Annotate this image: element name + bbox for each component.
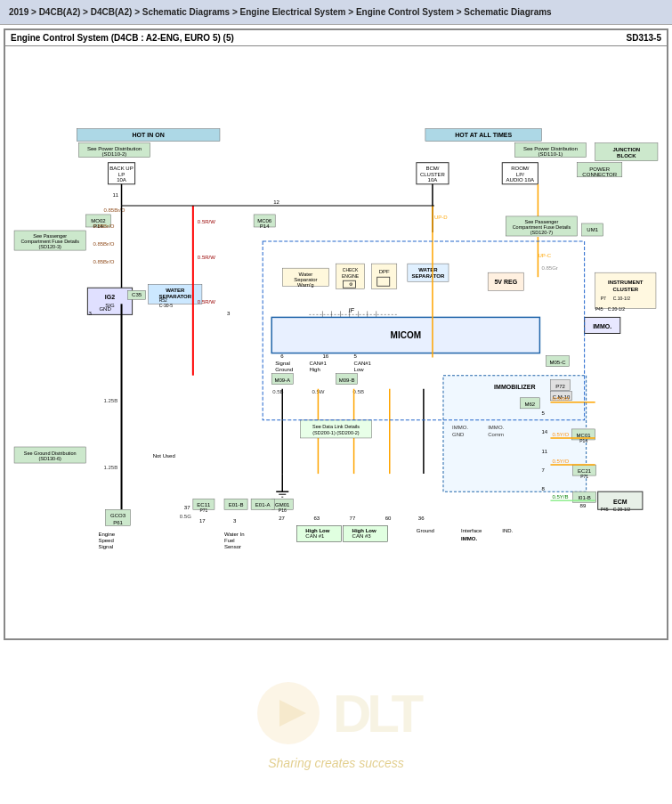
svg-text:IMMO.: IMMO. [461,536,477,541]
svg-text:P14: P14 [579,438,587,443]
svg-text:High: High [309,367,320,372]
svg-text:ENGINE: ENGINE [342,273,360,279]
svg-text:89: 89 [580,503,587,508]
svg-text:0.85Gr: 0.85Gr [541,265,557,271]
svg-text:JUNCTION: JUNCTION [612,147,640,152]
svg-text:P71: P71 [199,508,207,513]
svg-text:3: 3 [233,518,237,524]
svg-text:P45: P45 [601,507,609,512]
svg-text:Warn'g: Warn'g [297,282,314,288]
svg-text:63: 63 [313,516,320,521]
svg-text:Ground: Ground [275,367,293,372]
breadcrumb: 2019 > D4CB(A2) > D4CB(A2) > Schematic D… [0,0,672,25]
svg-text:CLUSTER: CLUSTER [613,287,639,292]
svg-text:M62: M62 [525,402,536,407]
svg-text:5: 5 [354,353,358,359]
svg-text:GND: GND [452,432,465,437]
svg-text:Fuel: Fuel [224,538,235,543]
breadcrumb-text: 2019 > D4CB(A2) > D4CB(A2) > Schematic D… [9,7,552,17]
svg-text:INSTRUMENT: INSTRUMENT [608,280,644,285]
svg-text:C35: C35 [132,292,142,297]
svg-text:37: 37 [184,505,190,510]
svg-text:Signal: Signal [98,544,113,549]
svg-text:GND: GND [99,306,111,312]
svg-text:MICOM: MICOM [391,330,422,340]
svg-text:M09-A: M09-A [274,378,290,383]
svg-text:HOT AT ALL TIMES: HOT AT ALL TIMES [455,132,512,138]
svg-text:0.5Y/O: 0.5Y/O [552,459,569,464]
svg-text:I01-B: I01-B [578,495,590,500]
svg-text:16: 16 [322,353,328,359]
svg-text:WATER: WATER [418,267,438,272]
svg-text:0.5B: 0.5B [353,389,364,394]
svg-rect-68 [372,264,397,288]
svg-text:ROOM/: ROOM/ [511,166,530,171]
svg-text:(SD120-7): (SD120-7) [530,230,554,235]
svg-text:(SD200-1) (SD200-2): (SD200-1) (SD200-2) [312,430,360,435]
svg-text:SEPARATOR: SEPARATOR [412,273,445,279]
svg-text:UP-C: UP-C [538,253,551,258]
svg-text:IMMOBILIZER: IMMOBILIZER [494,384,535,390]
svg-text:1.25B: 1.25B [103,398,117,403]
svg-text:12: 12 [273,199,279,205]
svg-text:Interface: Interface [461,528,482,533]
svg-text:Low: Low [354,367,365,372]
svg-text:3: 3 [227,311,231,316]
svg-text:Ground: Ground [417,528,434,533]
svg-text:HOT IN ON: HOT IN ON [133,132,165,138]
svg-text:0.85Br/O: 0.85Br/O [93,259,114,264]
svg-text:P61: P61 [113,520,123,525]
svg-text:27: 27 [279,516,285,521]
svg-text:0.5Y/B: 0.5Y/B [552,494,568,499]
svg-text:IMMO.: IMMO. [452,425,468,430]
svg-text:IG2: IG2 [105,294,115,300]
brand-letters: DLT [333,683,419,744]
svg-text:0.5R/W: 0.5R/W [198,219,215,224]
svg-text:6: 6 [280,353,284,359]
diagram-title-bar: Engine Control System (D4CB : A2-ENG, EU… [5,30,667,46]
svg-text:(SD110-2): (SD110-2) [102,151,127,157]
svg-text:C-30-5: C-30-5 [159,303,174,308]
svg-text:60: 60 [385,516,392,521]
svg-text:P72: P72 [555,384,565,389]
svg-text:CHECK: CHECK [343,267,359,272]
svg-text:CAN #3: CAN #3 [352,533,372,539]
svg-text:CAN#1: CAN#1 [309,361,327,366]
svg-text:C.20-1/2: C.20-1/2 [613,507,630,512]
svg-text:77: 77 [350,516,356,521]
diagram-title: Engine Control System (D4CB : A2-ENG, EU… [11,33,234,43]
svg-text:IMMO.: IMMO. [488,425,504,430]
svg-text:P7: P7 [601,296,606,301]
svg-text:Engine: Engine [98,532,115,537]
svg-text:IMMO.: IMMO. [593,323,611,329]
schematic-svg-container: HOT IN ON HOT AT ALL TIMES See Power Dis… [5,46,667,633]
svg-text:P45: P45 [595,306,603,312]
svg-text:0.5G: 0.5G [180,514,191,519]
svg-text:IND.: IND. [502,528,513,533]
svg-text:5V REG: 5V REG [494,279,517,285]
svg-text:0.85Br/O: 0.85Br/O [93,241,114,247]
svg-text:0.5R/W: 0.5R/W [198,299,215,305]
svg-text:GCO3: GCO3 [110,513,126,518]
svg-text:AUDIO 10A: AUDIO 10A [506,177,534,183]
svg-text:UM1: UM1 [587,227,598,232]
svg-text:E01-A: E01-A [255,502,271,508]
svg-text:P16: P16 [279,508,287,513]
brand-tagline: Sharing creates success [268,756,404,770]
svg-text:(SD130-6): (SD130-6) [38,456,61,461]
page-container: 2019 > D4CB(A2) > D4CB(A2) > Schematic D… [0,0,672,804]
svg-text:BLOCK: BLOCK [617,153,636,158]
svg-text:See Data Link Details: See Data Link Details [312,424,360,429]
svg-text:Not Used: Not Used [153,453,175,459]
svg-text:14: 14 [541,429,547,434]
svg-text:BCM/: BCM/ [425,166,439,171]
svg-text:CAN #1: CAN #1 [305,533,325,539]
svg-text:Signal: Signal [275,361,290,366]
svg-text:11: 11 [541,449,547,454]
svg-text:CONNECTOR: CONNECTOR [582,172,617,177]
svg-text:1.25B: 1.25B [103,465,117,470]
svg-text:10A: 10A [117,177,126,183]
svg-text:ECM: ECM [613,499,627,505]
svg-text:Water In: Water In [224,532,245,537]
svg-text:0.5Y/O: 0.5Y/O [552,432,569,437]
